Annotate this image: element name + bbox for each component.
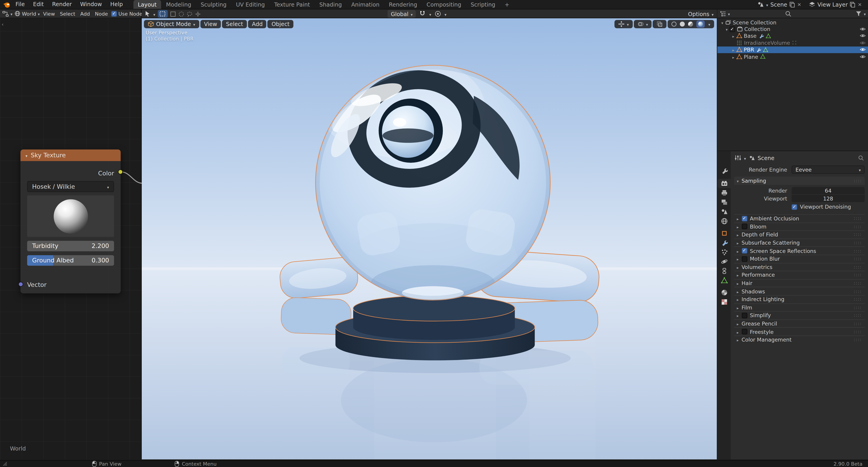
section-indirect-lighting[interactable]: Indirect Lighting [734,295,865,303]
tab-tool[interactable] [717,166,731,176]
tab-view-layer[interactable] [717,197,731,207]
section-checkbox[interactable] [741,248,747,254]
tab-modifiers[interactable] [717,238,731,248]
ground-albedo-slider[interactable]: Ground Albed 0.300 [27,255,114,266]
new-scene-icon[interactable] [789,1,795,7]
expand-arrow-icon[interactable] [733,33,735,39]
workspace-tab-rendering[interactable]: Rendering [384,0,422,9]
select-circle-tool-icon[interactable] [178,11,184,17]
shading-solid-icon[interactable] [680,22,685,27]
section-simplify[interactable]: Simplify [734,311,865,319]
new-view-layer-icon[interactable] [850,1,855,7]
panel-grip-icon[interactable] [854,305,862,310]
sampling-viewport-value[interactable]: 128 [792,195,865,202]
workspace-tab-texture-paint[interactable]: Texture Paint [270,0,314,9]
turbidity-field[interactable]: Turbidity 2.200 [27,241,114,251]
eye-icon[interactable] [860,33,866,38]
expand-arrow-icon[interactable] [733,54,735,60]
panel-grip-icon[interactable] [854,297,862,302]
properties-editor-icon[interactable] [735,154,741,161]
blender-logo[interactable] [3,0,11,8]
section-grease-pencil[interactable]: Grease Pencil [734,319,865,327]
section-checkbox[interactable] [741,313,747,318]
panel-grip-icon[interactable] [854,216,862,221]
panel-grip-icon[interactable] [854,264,862,270]
active-tool-icon[interactable] [145,11,151,17]
panel-grip-icon[interactable] [854,337,862,342]
panel-grip-icon[interactable] [854,289,862,293]
collapse-arrow-icon[interactable] [26,152,28,159]
workspace-tab-sculpting[interactable]: Sculpting [196,0,231,9]
section-performance[interactable]: Performance [734,271,865,279]
tab-object-data[interactable] [717,276,731,285]
scene-selector[interactable]: Scene [754,1,805,8]
vector-input-socket[interactable] [18,282,23,287]
tab-render[interactable] [717,179,731,188]
viewport-denoising-checkbox[interactable] [792,204,797,209]
tab-particles[interactable] [717,248,731,257]
panel-grip-icon[interactable] [854,321,862,326]
sampling-render-value[interactable]: 64 [792,187,865,194]
expand-arrow-icon[interactable] [726,26,728,32]
tab-material[interactable] [717,288,731,297]
section-bloom[interactable]: Bloom [734,222,865,230]
search-icon[interactable] [858,155,864,161]
section-shadows[interactable]: Shadows [734,287,865,295]
cursor-tool-icon[interactable] [195,11,201,17]
outliner-row-base[interactable]: Base [717,33,868,39]
3d-scene[interactable] [142,18,717,460]
filter-icon[interactable] [856,11,862,17]
panel-grip-icon[interactable] [854,240,862,245]
tweak-tool-icon[interactable] [170,11,176,17]
node-menu-add[interactable]: Add [79,11,92,16]
node-menu-node[interactable]: Node [93,11,110,16]
expand-arrow-icon[interactable] [733,46,735,53]
workspace-tab-scripting[interactable]: Scripting [466,0,500,9]
panel-grip-icon[interactable] [854,281,862,286]
shading-wireframe-icon[interactable] [672,22,677,27]
outliner-row-scene-collection[interactable]: Scene Collection [717,19,868,26]
section-checkbox[interactable] [741,216,747,221]
workspace-tab-animation[interactable]: Animation [347,0,384,9]
node-menu-view[interactable]: View [41,11,57,16]
options-menu[interactable]: Options [688,11,710,17]
transform-orientation-select[interactable]: Global [388,10,416,18]
editor-type-icon[interactable] [2,10,9,17]
search-icon[interactable] [785,10,792,17]
viewport-menu-object[interactable]: Object [268,20,293,28]
overlays-toggle[interactable] [634,20,652,28]
workspace-tab-modeling[interactable]: Modeling [162,0,196,9]
tab-texture[interactable] [717,297,731,307]
panel-grip-icon[interactable] [854,232,862,237]
workspace-tab-uv-editing[interactable]: UV Editing [231,0,269,9]
tab-physics[interactable] [717,257,731,266]
menu-window[interactable]: Window [76,0,106,9]
select-box-tool-button[interactable] [158,10,167,18]
section-subsurface-scattering[interactable]: Subsurface Scattering [734,239,865,247]
section-screen-space-reflections[interactable]: Screen Space Reflections [734,247,865,255]
sky-texture-node[interactable]: Sky Texture Color Hosek / Wilkie Turbidi… [21,149,121,293]
panel-grip-icon[interactable] [854,273,862,278]
workspace-tab-layout[interactable]: Layout [133,0,161,9]
outliner-row-irradiancevolume[interactable]: IrradianceVolume [717,39,868,46]
workspace-add-button[interactable]: + [500,0,514,9]
eye-icon[interactable] [860,40,866,45]
select-lasso-tool-icon[interactable] [186,11,192,17]
sky-model-select[interactable]: Hosek / Wilkie [27,181,114,192]
panel-grip-icon[interactable] [854,224,862,229]
menu-file[interactable]: File [11,0,29,9]
section-freestyle[interactable]: Freestyle [734,327,865,336]
eye-icon[interactable] [860,54,866,59]
shading-rendered-active[interactable] [697,21,705,28]
sampling-panel-header[interactable]: Sampling [734,177,865,185]
panel-grip-icon[interactable] [854,313,862,318]
node-menu-select[interactable]: Select [58,11,77,16]
section-checkbox[interactable] [741,224,747,229]
sidebar-toggle-icon[interactable]: ‹ [2,22,4,27]
panel-grip-icon[interactable] [854,248,862,253]
remove-view-layer-icon[interactable] [858,2,862,7]
panel-grip-icon[interactable] [854,178,862,183]
proportional-editing-icon[interactable] [434,11,441,17]
shader-target-select[interactable]: World [22,11,40,16]
menu-help[interactable]: Help [106,0,127,9]
